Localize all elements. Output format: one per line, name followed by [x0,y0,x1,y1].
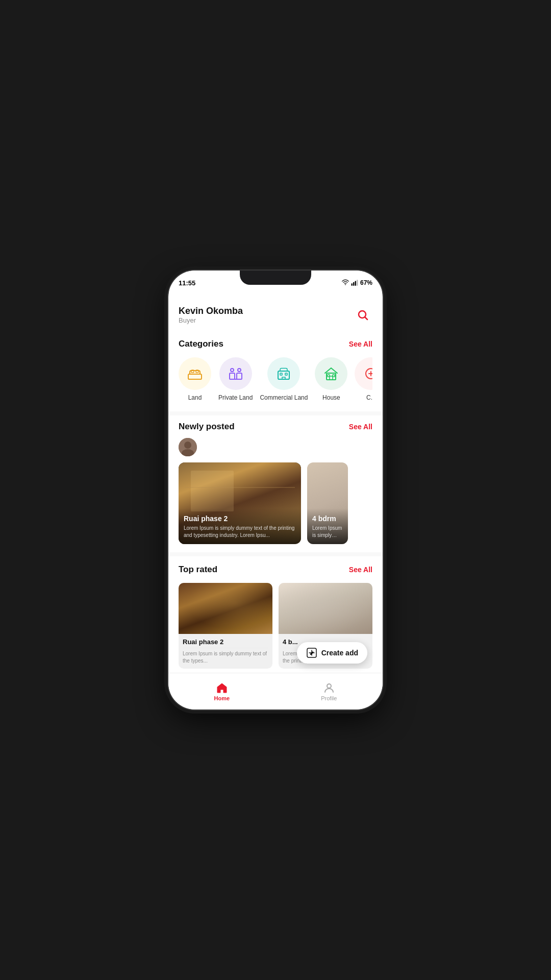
categories-see-all[interactable]: See All [349,340,372,348]
category-house-icon-bg [315,357,347,390]
newly-posted-card-2[interactable]: 4 bdrm Lorem Ipsum is simply dummy text … [307,462,348,544]
category-house-label: House [322,394,340,401]
private-land-icon [227,365,244,382]
signal-icon [351,279,358,286]
user-info: Kevin Okomba Buyer [179,306,243,324]
other-category-icon [362,365,372,382]
svg-rect-2 [353,282,354,286]
top-rated-see-all[interactable]: See All [349,566,372,574]
svg-point-13 [238,369,241,372]
category-private-land-icon-bg [219,357,252,390]
svg-rect-4 [357,280,358,286]
land-icon [186,365,204,382]
categories-title: Categories [179,339,223,349]
newly-posted-header: Newly posted See All [168,415,383,438]
card-overlay-2: 4 bdrm Lorem Ipsum is simply dummy text … [307,508,348,544]
newly-posted-section: Newly posted See All [168,415,383,552]
svg-rect-3 [355,281,356,286]
categories-section: Categories See All [168,331,383,411]
category-other-icon-bg [355,357,372,390]
card-overlay-1: Ruai phase 2 Lorem Ipsum is simply dummy… [179,508,301,544]
top-rated-img-2 [279,583,372,634]
card-1-desc: Lorem Ipsum is simply dummy text of the … [184,525,296,539]
status-bar: 11:55 67% [168,271,383,291]
svg-point-27 [327,684,331,688]
svg-rect-1 [352,283,353,286]
card-2-desc: Lorem Ipsum is simply dummy text of prin… [312,525,343,539]
category-commercial-land[interactable]: Commercial Land [260,357,308,401]
create-add-button[interactable]: Create add [297,642,367,664]
status-time: 11:55 [179,279,195,287]
svg-rect-19 [330,376,333,380]
svg-rect-7 [191,370,194,373]
category-land-label: Land [188,394,202,401]
category-commercial-land-icon-bg [267,357,300,390]
header: Kevin Okomba Buyer [168,297,383,331]
svg-point-24 [184,442,191,449]
top-rated-card-1[interactable]: Ruai phase 2 Lorem Ipsum is simply dummy… [179,583,272,669]
svg-rect-16 [285,373,287,375]
category-commercial-land-label: Commercial Land [260,394,308,401]
user-role: Buyer [179,316,243,324]
svg-rect-21 [333,375,335,377]
top-rated-title: Top rated [179,565,217,575]
svg-rect-8 [196,370,198,373]
svg-point-0 [345,284,346,285]
category-house[interactable]: House [315,357,347,401]
edit-icon [306,647,317,658]
user-name: Kevin Okomba [179,306,243,316]
nav-profile-label: Profile [321,695,337,701]
card-1-title: Ruai phase 2 [184,514,296,523]
avatar-image [179,438,197,456]
svg-rect-6 [188,374,202,379]
top-rated-info-1: Ruai phase 2 Lorem Ipsum is simply dummy… [179,634,272,669]
category-land-icon-bg [179,357,211,390]
search-icon [357,309,369,321]
category-land[interactable]: Land [179,357,211,401]
nav-home[interactable]: Home [214,682,230,701]
search-button[interactable] [353,305,372,325]
create-add-label: Create add [321,649,358,657]
svg-rect-10 [230,373,235,379]
card-2-title: 4 bdrm [312,514,343,523]
status-icons: 67% [342,279,372,286]
category-private-land[interactable]: Private Land [218,357,253,401]
category-private-land-label: Private Land [218,394,253,401]
svg-rect-20 [328,375,330,377]
svg-rect-15 [280,373,282,375]
newly-posted-card-1[interactable]: Ruai phase 2 Lorem Ipsum is simply dummy… [179,462,301,544]
newly-posted-see-all[interactable]: See All [349,423,372,431]
newly-posted-title: Newly posted [179,422,235,432]
svg-rect-14 [278,371,289,379]
user-avatar [179,438,197,456]
categories-header: Categories See All [179,339,372,349]
home-nav-icon [216,682,228,694]
house-icon [322,365,340,382]
category-other[interactable]: C... [355,357,372,401]
top-rated-card-1-desc: Lorem Ipsum is simply dummy text of the … [183,650,268,665]
battery-level: 67% [360,279,372,286]
top-rated-header: Top rated See All [179,565,372,575]
nav-profile[interactable]: Profile [321,682,337,701]
category-other-label: C... [366,394,372,401]
top-rated-img-1 [179,583,272,634]
newly-posted-scroll[interactable]: Ruai phase 2 Lorem Ipsum is simply dummy… [168,462,383,552]
nav-home-label: Home [214,695,230,701]
svg-point-12 [231,369,234,372]
avatar-row [168,438,383,458]
wifi-icon [342,279,349,286]
top-rated-card-1-title: Ruai phase 2 [183,638,268,646]
categories-row: Land Private [179,357,372,403]
bottom-nav: Home Profile [168,673,383,709]
profile-nav-icon [323,682,335,694]
svg-rect-11 [237,373,242,379]
commercial-land-icon [275,365,292,382]
